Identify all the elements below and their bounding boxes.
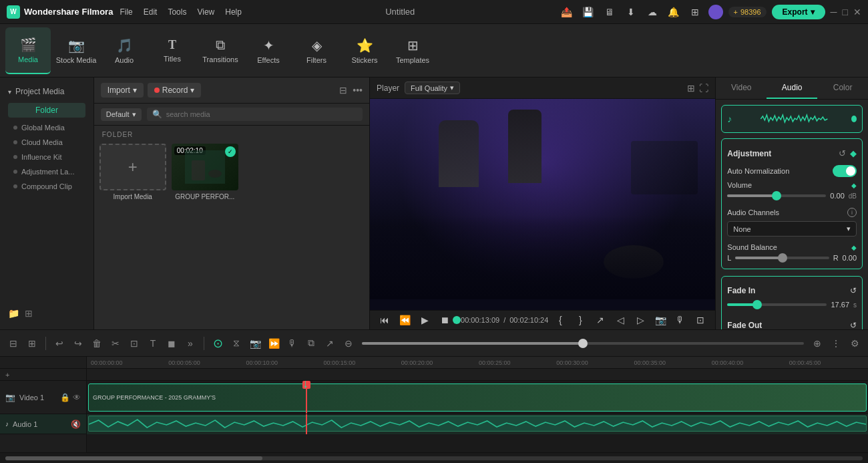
- volume-slider[interactable]: [727, 194, 826, 197]
- user-avatar[interactable]: [708, 5, 723, 19]
- minimize-button[interactable]: ─: [831, 7, 837, 17]
- mark-out-icon[interactable]: }: [572, 315, 588, 325]
- stop-button[interactable]: ⏹: [437, 315, 453, 325]
- prev-frame-icon[interactable]: ◁: [612, 315, 628, 325]
- grid-icon[interactable]: ⊞: [687, 7, 703, 17]
- toolbar-transitions[interactable]: ⧉ Transitions: [198, 27, 243, 74]
- step-back-icon[interactable]: ⏪: [397, 315, 413, 325]
- speed-icon[interactable]: ⏩: [266, 338, 282, 349]
- toolbar-templates[interactable]: ⊞ Templates: [390, 27, 435, 74]
- fade-in-slider[interactable]: [727, 303, 827, 306]
- tab-video[interactable]: Video: [716, 78, 767, 99]
- download-icon[interactable]: ⬇: [623, 7, 639, 17]
- record-button[interactable]: Record ▾: [148, 83, 202, 98]
- cloud-icon[interactable]: ☁: [644, 7, 660, 17]
- reset-fade-out-icon[interactable]: ↺: [850, 321, 857, 329]
- camera-icon[interactable]: 📷: [247, 338, 263, 349]
- video-thumb[interactable]: 00:02:10 ✓: [172, 144, 238, 190]
- more-tools-icon[interactable]: »: [182, 338, 198, 349]
- filter-icon[interactable]: ⊟: [339, 85, 347, 96]
- smart-folder-icon[interactable]: ⊞: [25, 308, 33, 319]
- toolbar-audio[interactable]: 🎵 Audio: [101, 27, 147, 74]
- search-box[interactable]: 🔍: [147, 108, 363, 121]
- import-thumb[interactable]: +: [99, 144, 166, 190]
- more-options-icon[interactable]: ⋮: [828, 338, 844, 349]
- voice-icon[interactable]: 🎙: [672, 315, 688, 325]
- maximize-button[interactable]: □: [843, 7, 848, 17]
- next-frame-icon[interactable]: ▷: [632, 315, 648, 325]
- redo-icon[interactable]: ↪: [70, 338, 86, 349]
- audio-lock-icon[interactable]: 🔇: [71, 420, 81, 429]
- info-icon[interactable]: i: [847, 208, 857, 217]
- folder-button[interactable]: Folder: [8, 103, 85, 118]
- more-icon[interactable]: •••: [353, 85, 363, 96]
- video-track-row[interactable]: GROUP PERFORMANCE - 2025 GRAMMY'S ↓: [87, 381, 868, 414]
- color-icon[interactable]: ◼: [164, 338, 180, 349]
- menu-tools[interactable]: Tools: [168, 7, 186, 17]
- audio-track-row[interactable]: [87, 414, 868, 434]
- undo-icon[interactable]: ↩: [51, 338, 67, 349]
- grid-view-icon[interactable]: ⊞: [687, 83, 695, 94]
- sound-balance-slider[interactable]: [735, 257, 829, 259]
- export-button[interactable]: Export ▾: [772, 5, 825, 19]
- sidebar-item-cloud-media[interactable]: Cloud Media: [0, 135, 93, 150]
- close-button[interactable]: ✕: [853, 7, 861, 17]
- record-circle-icon[interactable]: ⊙: [210, 336, 226, 351]
- delete-icon[interactable]: 🗑: [89, 338, 105, 349]
- audio-channels-dropdown[interactable]: None ▾: [727, 221, 857, 237]
- skip-back-icon[interactable]: ⏮: [377, 315, 393, 325]
- crop-icon[interactable]: ⊡: [126, 338, 142, 349]
- auto-norm-toggle[interactable]: [833, 165, 857, 177]
- tab-color[interactable]: Color: [817, 78, 868, 99]
- save-icon[interactable]: 💾: [580, 7, 596, 17]
- toolbar-stock[interactable]: 📷 Stock Media: [53, 27, 99, 74]
- timeline-scrollbar[interactable]: [5, 456, 863, 460]
- timeline-zoom-slider[interactable]: [362, 342, 804, 345]
- export-frame-icon[interactable]: ↗: [322, 338, 338, 349]
- audio-icon2[interactable]: 🎙: [284, 338, 300, 349]
- menu-edit[interactable]: Edit: [144, 7, 158, 17]
- sidebar-item-influence-kit[interactable]: Influence Kit: [0, 150, 93, 164]
- fade-in-thumb[interactable]: [752, 300, 762, 309]
- reset-adjustment-icon[interactable]: ↺: [839, 148, 846, 158]
- lock-icon[interactable]: 🔒: [60, 393, 70, 402]
- toolbar-stickers[interactable]: ⭐ Stickers: [342, 27, 387, 74]
- project-media-header[interactable]: ▾ Project Media: [0, 83, 93, 100]
- sidebar-item-adjustment[interactable]: Adjustment La...: [0, 164, 93, 179]
- zoom-out-tl[interactable]: ⊖: [341, 338, 357, 349]
- monitor-icon[interactable]: 🖥: [602, 7, 618, 17]
- progress-thumb[interactable]: [453, 316, 461, 324]
- toolbar-effects[interactable]: ✦ Effects: [246, 27, 291, 74]
- default-sort-button[interactable]: Default ▾: [101, 108, 142, 121]
- group-icon[interactable]: ⊟: [5, 338, 21, 349]
- toolbar-media[interactable]: 🎬 Media: [5, 27, 51, 74]
- snap-icon[interactable]: ⊞: [24, 338, 40, 349]
- import-button[interactable]: Import ▾: [101, 83, 144, 98]
- transition-icon[interactable]: ⧉: [303, 337, 319, 349]
- pip-icon[interactable]: ⊡: [692, 315, 708, 325]
- cut-icon[interactable]: ✂: [107, 338, 124, 349]
- share-icon[interactable]: 📤: [559, 7, 575, 17]
- expand-icon[interactable]: ◆: [850, 148, 857, 158]
- toolbar-titles[interactable]: T Titles: [150, 27, 195, 74]
- menu-view[interactable]: View: [197, 7, 214, 17]
- video-clip[interactable]: GROUP PERFORMANCE - 2025 GRAMMY'S: [88, 383, 867, 412]
- balance-thumb[interactable]: [778, 253, 787, 263]
- menu-file[interactable]: File: [120, 7, 132, 17]
- volume-thumb[interactable]: [772, 191, 781, 200]
- sidebar-item-global-media[interactable]: Global Media: [0, 120, 93, 135]
- bell-icon[interactable]: 🔔: [666, 7, 682, 17]
- mark-in-icon[interactable]: {: [552, 315, 568, 325]
- text-icon[interactable]: T: [145, 338, 161, 349]
- quality-select[interactable]: Full Quality ▾: [405, 82, 460, 94]
- menu-help[interactable]: Help: [225, 7, 242, 17]
- new-folder-icon[interactable]: 📁: [8, 308, 19, 319]
- zoom-thumb[interactable]: [578, 339, 588, 348]
- play-button[interactable]: ▶: [417, 315, 433, 325]
- zoom-in-tl[interactable]: ⊕: [809, 338, 825, 349]
- audio-clip[interactable]: [88, 416, 867, 432]
- search-input[interactable]: [166, 110, 357, 118]
- reset-fade-in-icon[interactable]: ↺: [850, 286, 857, 295]
- snapshot-icon[interactable]: 📷: [652, 315, 668, 325]
- extract-icon[interactable]: ↗: [592, 315, 608, 325]
